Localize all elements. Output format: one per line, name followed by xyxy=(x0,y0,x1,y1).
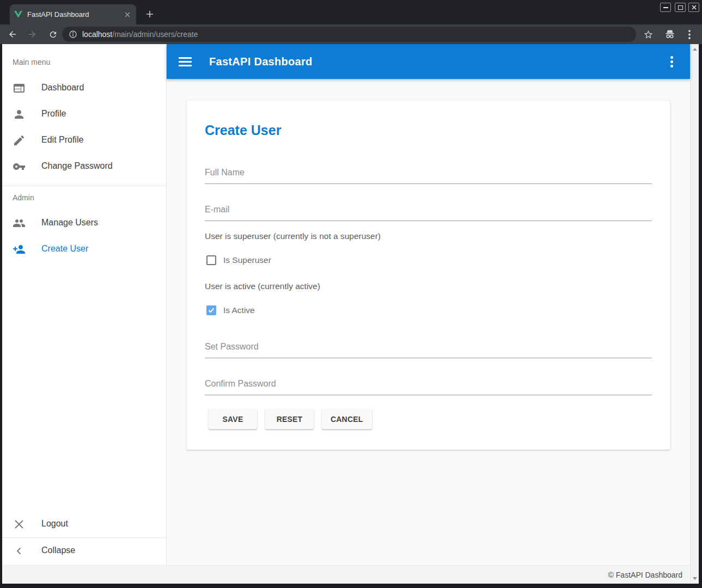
browser-window: FastAPI Dashboard localhost/main/admin/u xyxy=(0,0,702,588)
sidebar-item-logout[interactable]: Logout xyxy=(2,511,166,537)
vue-favicon-icon xyxy=(14,11,22,18)
checkbox-label: Is Active xyxy=(223,305,255,315)
save-button[interactable]: SAVE xyxy=(209,409,257,429)
hamburger-menu-icon[interactable] xyxy=(179,54,193,69)
tab-close-icon[interactable] xyxy=(123,10,132,19)
email-field xyxy=(205,203,652,221)
appbar-kebab-icon[interactable] xyxy=(665,55,678,68)
sidebar-item-dashboard[interactable]: Dashboard xyxy=(2,75,166,101)
tab-strip: FastAPI Dashboard xyxy=(0,0,702,24)
sidebar-item-label: Change Password xyxy=(41,161,113,171)
dashboard-icon xyxy=(13,82,26,95)
address-bar[interactable]: localhost/main/admin/users/create xyxy=(62,27,636,42)
active-helper-text: User is active (currently active) xyxy=(205,281,320,291)
confirm-password-field xyxy=(205,377,652,395)
checkbox-checked-icon[interactable] xyxy=(206,305,216,315)
group-icon xyxy=(13,217,26,230)
copyright-text: © FastAPI Dashboard xyxy=(608,571,682,579)
window-maximize-button[interactable] xyxy=(675,3,686,12)
sidebar-item-manage-users[interactable]: Manage Users xyxy=(2,210,166,236)
edit-icon xyxy=(13,134,26,147)
sidebar-section-admin: Admin xyxy=(13,193,34,202)
sidebar-item-profile[interactable]: Profile xyxy=(2,101,166,127)
sidebar-item-label: Logout xyxy=(41,519,68,529)
close-icon xyxy=(13,518,26,531)
url-path: /main/admin/users/create xyxy=(112,30,198,39)
checkbox-label: Is Superuser xyxy=(223,255,271,265)
forward-icon[interactable] xyxy=(24,26,40,42)
window-close-button[interactable] xyxy=(688,3,699,12)
incognito-icon xyxy=(662,27,677,42)
url-host: localhost xyxy=(82,30,112,39)
is-superuser-checkbox[interactable]: Is Superuser xyxy=(206,255,271,266)
sidebar-divider xyxy=(2,186,166,186)
scrollbar-down-icon[interactable] xyxy=(693,577,697,580)
appbar-title: FastAPI Dashboard xyxy=(209,56,313,68)
sidebar-item-edit-profile[interactable]: Edit Profile xyxy=(2,127,166,154)
is-active-checkbox[interactable]: Is Active xyxy=(206,305,255,316)
vertical-scrollbar[interactable] xyxy=(690,44,699,584)
reset-button[interactable]: RESET xyxy=(265,409,314,429)
sidebar: Main menu Dashboard Profile Edit Profile xyxy=(2,44,167,565)
sidebar-item-create-user[interactable]: Create User xyxy=(2,236,166,262)
back-icon[interactable] xyxy=(4,26,21,42)
tab-title: FastAPI Dashboard xyxy=(27,10,123,19)
sidebar-item-label: Create User xyxy=(41,244,88,254)
main-content: Create User User is superuser (currently… xyxy=(167,79,690,565)
sidebar-item-collapse[interactable]: Collapse xyxy=(2,538,166,564)
full-name-field xyxy=(205,166,652,184)
sidebar-item-label: Dashboard xyxy=(41,83,84,93)
create-user-card: Create User User is superuser (currently… xyxy=(187,101,670,450)
cancel-button[interactable]: CANCEL xyxy=(322,409,372,429)
confirm-password-input[interactable] xyxy=(205,377,652,395)
set-password-field xyxy=(205,340,652,358)
browser-menu-icon[interactable] xyxy=(682,27,697,42)
chevron-left-icon xyxy=(13,544,26,558)
person-add-icon xyxy=(13,243,26,256)
info-icon[interactable] xyxy=(69,30,77,39)
new-tab-button[interactable] xyxy=(143,7,157,21)
window-minimize-button[interactable] xyxy=(660,3,671,12)
page-viewport: Main menu Dashboard Profile Edit Profile xyxy=(2,44,699,584)
bookmark-star-icon[interactable] xyxy=(640,27,656,42)
sidebar-item-label: Manage Users xyxy=(41,218,98,228)
sidebar-item-label: Collapse xyxy=(41,546,75,555)
page-title: Create User xyxy=(205,122,281,138)
browser-tab[interactable]: FastAPI Dashboard xyxy=(10,4,136,24)
page-footer: © FastAPI Dashboard xyxy=(2,565,690,584)
checkbox-unchecked-icon[interactable] xyxy=(206,255,216,265)
scrollbar-up-icon[interactable] xyxy=(693,48,697,51)
appbar: FastAPI Dashboard xyxy=(167,44,690,79)
sidebar-section-main-menu: Main menu xyxy=(13,58,50,66)
sidebar-item-label: Profile xyxy=(41,109,66,119)
reload-icon[interactable] xyxy=(45,26,61,42)
key-icon xyxy=(13,160,26,173)
person-icon xyxy=(13,108,26,121)
superuser-helper-text: User is superuser (currently is not a su… xyxy=(205,231,381,241)
sidebar-item-label: Edit Profile xyxy=(41,135,83,145)
sidebar-item-change-password[interactable]: Change Password xyxy=(2,154,166,180)
full-name-input[interactable] xyxy=(205,166,652,183)
form-buttons: SAVE RESET CANCEL xyxy=(209,409,372,429)
set-password-input[interactable] xyxy=(205,340,652,358)
email-input[interactable] xyxy=(205,203,652,220)
